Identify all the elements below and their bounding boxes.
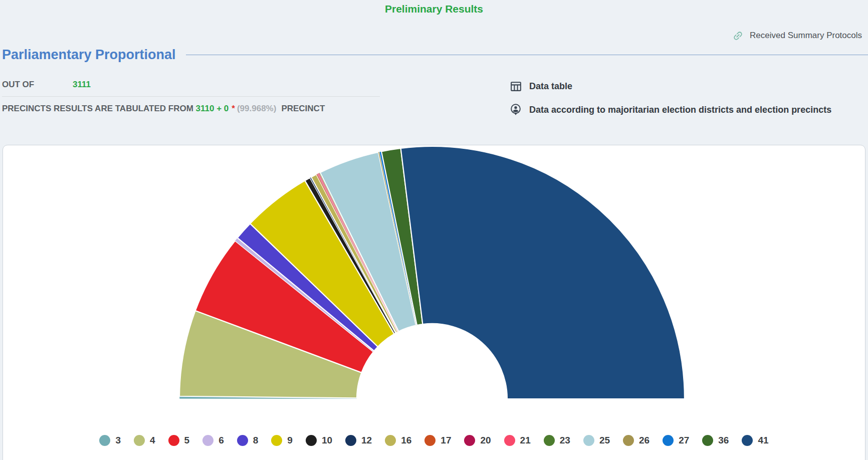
legend-dot-icon (168, 435, 179, 446)
legend-item-17[interactable]: 17 (424, 435, 451, 446)
legend-label: 10 (322, 435, 332, 446)
section-rule-divider (186, 55, 868, 55)
tabulated-percent: (99.968%) (237, 104, 276, 113)
tabulated-suffix: PRECINCT (281, 104, 325, 113)
legend-label: 41 (758, 435, 768, 446)
legend-item-5[interactable]: 5 (168, 435, 190, 446)
legend-item-23[interactable]: 23 (544, 435, 570, 446)
legend-item-8[interactable]: 8 (237, 435, 259, 446)
legend-label: 17 (441, 435, 451, 446)
legend-dot-icon (134, 435, 145, 446)
legend-label: 6 (219, 435, 224, 446)
legend-dot-icon (345, 435, 356, 446)
legend-dot-icon (742, 435, 753, 446)
stats-divider (2, 96, 380, 97)
chart-segment-41[interactable] (401, 146, 685, 399)
legend-item-9[interactable]: 9 (271, 435, 293, 446)
legend-item-3[interactable]: 3 (99, 435, 121, 446)
legend-dot-icon (623, 435, 634, 446)
results-chart-card: 345689101216172021232526273641 (3, 145, 865, 460)
tabulated-prefix: PRECINCTS RESULTS ARE TABULATED FROM (2, 104, 193, 113)
legend-dot-icon (237, 435, 248, 446)
legend-label: 3 (115, 435, 121, 446)
tabulated-value: 3110 + 0 (196, 104, 229, 113)
table-icon (509, 80, 522, 93)
legend-label: 25 (599, 435, 610, 446)
majoritarian-data-button[interactable]: Data according to majoritarian election … (509, 103, 866, 116)
legend-dot-icon (99, 435, 110, 446)
legend-item-21[interactable]: 21 (504, 435, 531, 446)
data-table-label: Data table (529, 81, 572, 92)
legend-item-6[interactable]: 6 (202, 435, 224, 446)
out-of-label: OUT OF (2, 80, 73, 90)
legend-dot-icon (424, 435, 436, 446)
majoritarian-data-label: Data according to majoritarian election … (529, 105, 831, 115)
legend-dot-icon (271, 435, 282, 446)
legend-label: 4 (150, 435, 155, 446)
chart-legend: 345689101216172021232526273641 (3, 435, 865, 446)
section-title: Parliamentary Proportional (2, 47, 176, 63)
legend-label: 36 (718, 435, 729, 446)
legend-item-10[interactable]: 10 (306, 435, 332, 446)
legend-dot-icon (306, 435, 317, 446)
precincts-stats: OUT OF3111 PRECINCTS RESULTS ARE TABULAT… (2, 80, 380, 114)
legend-label: 23 (560, 435, 570, 446)
section-header: Parliamentary Proportional (2, 47, 868, 63)
person-pin-icon (509, 103, 522, 116)
received-protocols-label: Received Summary Protocols (750, 31, 862, 41)
results-halfdonut (3, 145, 865, 403)
legend-item-41[interactable]: 41 (742, 435, 768, 446)
received-protocols-link[interactable]: Received Summary Protocols (0, 29, 862, 42)
legend-label: 21 (520, 435, 531, 446)
legend-label: 27 (679, 435, 689, 446)
link-icon (731, 29, 744, 42)
legend-item-26[interactable]: 26 (623, 435, 649, 446)
view-options: Data table Data according to majoritaria… (509, 80, 866, 116)
stats-and-actions: OUT OF3111 PRECINCTS RESULTS ARE TABULAT… (2, 80, 866, 116)
legend-label: 20 (480, 435, 491, 446)
legend-label: 16 (401, 435, 411, 446)
out-of-value: 3111 (73, 80, 91, 89)
legend-item-4[interactable]: 4 (134, 435, 155, 446)
legend-dot-icon (385, 435, 396, 446)
tabulated-asterisk: * (232, 104, 235, 113)
legend-item-36[interactable]: 36 (702, 435, 729, 446)
legend-item-25[interactable]: 25 (583, 435, 610, 446)
out-of-row: OUT OF3111 (2, 80, 380, 90)
legend-item-16[interactable]: 16 (385, 435, 411, 446)
legend-item-20[interactable]: 20 (464, 435, 491, 446)
legend-dot-icon (663, 435, 674, 446)
legend-dot-icon (544, 435, 555, 446)
legend-dot-icon (202, 435, 213, 446)
legend-label: 8 (253, 435, 259, 446)
legend-dot-icon (702, 435, 713, 446)
legend-dot-icon (464, 435, 475, 446)
legend-label: 12 (361, 435, 372, 446)
legend-label: 9 (287, 435, 293, 446)
page-title: Preliminary Results (0, 0, 868, 15)
legend-dot-icon (583, 435, 594, 446)
legend-label: 5 (184, 435, 190, 446)
data-table-button[interactable]: Data table (509, 80, 866, 93)
legend-dot-icon (504, 435, 515, 446)
legend-item-12[interactable]: 12 (345, 435, 372, 446)
legend-item-27[interactable]: 27 (663, 435, 689, 446)
legend-label: 26 (639, 435, 649, 446)
tabulated-row: PRECINCTS RESULTS ARE TABULATED FROM 311… (2, 104, 380, 114)
